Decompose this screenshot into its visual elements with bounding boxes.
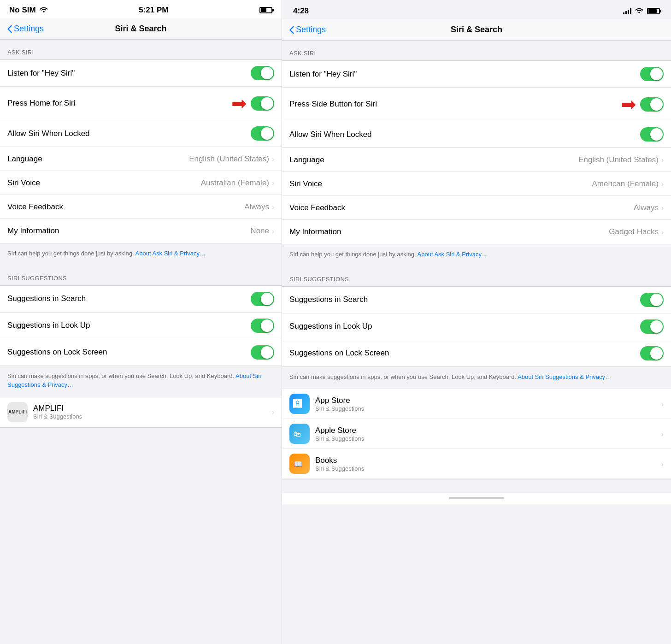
right-suggestions-link[interactable]: About Siri Suggestions & Privacy… [518,373,611,380]
left-my-info-value: None [250,226,269,236]
right-language-right: English (United States) › [578,155,664,165]
right-allow-locked-label: Allow Siri When Locked [289,130,640,139]
carrier-label: No SIM [9,6,36,15]
right-suggestions-group: Suggestions in Search Suggestions in Loo… [282,286,671,367]
left-ask-siri-toggle-group: Listen for "Hey Siri" Press Home for Sir… [0,59,282,147]
signal-bar-2 [625,11,627,14]
right-allow-locked-toggle[interactable] [640,127,664,142]
right-app-row-applestore[interactable]: 🛍 Apple Store Siri & Suggestions › [282,419,671,449]
left-row-voice-feedback[interactable]: Voice Feedback Always › [0,195,282,219]
right-ask-siri-header: ASK SIRI [282,41,671,60]
right-ask-siri-info: Siri can help you get things done just b… [282,244,671,266]
left-row-suggestions-lock[interactable]: Suggestions on Lock Screen [0,339,282,366]
left-suggestions-group: Suggestions in Search Suggestions in Loo… [0,285,282,366]
left-row-my-info[interactable]: My Information None › [0,219,282,243]
right-row-hey-siri[interactable]: Listen for "Hey Siri" [282,61,671,88]
left-row-siri-voice[interactable]: Siri Voice Australian (Female) › [0,171,282,195]
right-app-name-appstore: App Store [315,396,661,405]
left-phone-panel: No SIM 5:21 PM Settings Siri & Search AS… [0,0,282,644]
right-press-side-toggle[interactable] [640,97,664,112]
right-row-my-info[interactable]: My Information Gadget Hacks › [282,220,671,244]
right-app-info-applestore: Apple Store Siri & Suggestions [315,426,661,442]
right-ask-siri-link[interactable]: About Ask Siri & Privacy… [418,251,488,258]
right-app-sub-appstore: Siri & Suggestions [315,405,661,412]
right-app-name-applestore: Apple Store [315,426,661,435]
right-voice-feedback-label: Voice Feedback [289,203,634,213]
left-back-label: Settings [14,24,44,34]
right-suggestions-search-knob [650,294,663,306]
right-signal-icon [623,8,631,14]
left-allow-locked-toggle[interactable] [251,126,274,141]
left-suggestions-search-knob [261,293,273,305]
left-siri-suggestions-header: SIRI SUGGESTIONS [0,266,282,285]
left-press-home-toggle[interactable] [251,96,274,111]
right-voice-feedback-chevron: › [661,204,664,212]
left-row-allow-locked[interactable]: Allow Siri When Locked [0,120,282,147]
right-suggestions-search-label: Suggestions in Search [289,295,640,304]
right-row-allow-locked[interactable]: Allow Siri When Locked [282,121,671,148]
right-suggestions-lock-label: Suggestions on Lock Screen [289,349,640,358]
left-my-info-chevron: › [272,227,274,235]
right-time: 4:28 [293,6,309,16]
left-suggestions-lock-toggle[interactable] [251,345,274,360]
right-suggestions-lookup-label: Suggestions in Look Up [289,322,640,331]
right-app-icon-appstore: 🅰 [289,394,310,414]
left-scroll-area[interactable]: ASK SIRI Listen for "Hey Siri" Press Hom… [0,40,282,644]
svg-text:🛍: 🛍 [294,430,301,438]
right-back-label: Settings [296,25,326,35]
right-suggestions-lookup-toggle[interactable] [640,319,664,334]
right-nav-rows-group: Language English (United States) › Siri … [282,148,671,244]
left-language-value: English (United States) [189,154,269,164]
right-row-suggestions-lock[interactable]: Suggestions on Lock Screen [282,340,671,366]
left-status-right [259,7,272,13]
left-red-arrow: ➡ [231,93,247,114]
right-allow-locked-knob [650,128,663,141]
right-battery-icon [647,8,660,14]
right-app-info-appstore: App Store Siri & Suggestions [315,396,661,412]
right-status-icons [623,6,660,16]
left-row-press-home[interactable]: Press Home for Siri ➡ [0,87,282,120]
right-app-row-appstore[interactable]: 🅰 App Store Siri & Suggestions › [282,389,671,419]
right-row-siri-voice[interactable]: Siri Voice American (Female) › [282,172,671,196]
svg-text:📖: 📖 [294,460,303,468]
right-app-info-books: Books Siri & Suggestions [315,456,661,472]
right-row-language[interactable]: Language English (United States) › [282,148,671,172]
left-row-suggestions-search[interactable]: Suggestions in Search [0,286,282,313]
right-battery-fill [648,9,657,13]
left-suggestions-search-toggle[interactable] [251,292,274,306]
left-voice-feedback-chevron: › [272,203,274,211]
right-row-voice-feedback[interactable]: Voice Feedback Always › [282,196,671,220]
left-siri-voice-label: Siri Voice [7,178,201,188]
right-suggestions-info-text: Siri can make suggestions in apps, or wh… [289,373,518,380]
left-suggestions-lookup-knob [261,319,273,332]
left-siri-voice-value: Australian (Female) [201,178,269,188]
right-suggestions-lock-knob [650,347,663,360]
right-siri-voice-chevron: › [661,180,664,188]
right-suggestions-lock-toggle[interactable] [640,346,664,360]
left-ask-siri-link[interactable]: About Ask Siri & Privacy… [135,250,206,257]
right-hey-siri-toggle[interactable] [640,67,664,81]
left-suggestions-lookup-toggle[interactable] [251,319,274,333]
right-row-suggestions-search[interactable]: Suggestions in Search [282,287,671,313]
left-row-hey-siri[interactable]: Listen for "Hey Siri" [0,60,282,87]
left-row-language[interactable]: Language English (United States) › [0,147,282,171]
left-app-row-amplifi[interactable]: AMPLIFI AMPLIFI Siri & Suggestions › [0,397,282,427]
right-nav-title: Siri & Search [451,25,502,35]
left-nav-rows-group: Language English (United States) › Siri … [0,147,282,243]
svg-text:🅰: 🅰 [293,399,302,408]
right-scroll-area[interactable]: ASK SIRI Listen for "Hey Siri" Press Sid… [282,41,671,644]
right-back-button[interactable]: Settings [289,25,326,35]
left-bottom-gap [0,428,282,446]
right-suggestions-search-toggle[interactable] [640,293,664,307]
right-press-side-knob [650,98,663,111]
left-row-suggestions-lookup[interactable]: Suggestions in Look Up [0,313,282,339]
left-hey-siri-toggle[interactable] [251,66,274,80]
left-suggestions-info: Siri can make suggestions in apps, or wh… [0,366,282,397]
right-voice-feedback-value: Always [634,203,659,213]
left-hey-siri-knob [261,67,273,79]
right-row-suggestions-lookup[interactable]: Suggestions in Look Up [282,313,671,340]
right-row-press-side[interactable]: Press Side Button for Siri ➡ [282,88,671,121]
right-app-row-books[interactable]: 📖 Books Siri & Suggestions › [282,449,671,479]
left-back-button[interactable]: Settings [7,24,44,34]
right-bottom-spacer [282,479,671,493]
